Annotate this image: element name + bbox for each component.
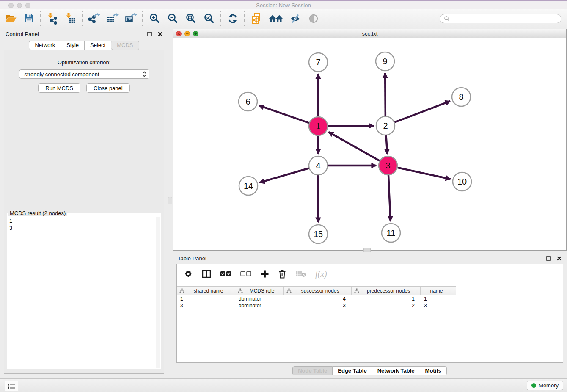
first-neighbors-icon[interactable] [267,11,285,26]
svg-text:4: 4 [316,161,320,170]
graph-node-3[interactable]: 3 [379,156,397,175]
graph-node-14[interactable]: 14 [239,177,258,195]
graph-node-2[interactable]: 2 [376,116,395,135]
column-header-name[interactable]: name [421,287,456,295]
hierarchy-icon [179,288,184,293]
add-entry-icon[interactable] [261,270,269,278]
table-cell[interactable]: dominator [235,302,284,309]
zoom-selected-icon[interactable] [201,11,217,26]
import-table-icon[interactable] [63,11,78,26]
tab-mcds[interactable]: MCDS [111,41,139,50]
svg-text:2: 2 [383,121,388,130]
table-cell[interactable]: 3 [421,302,456,309]
graph-node-1[interactable]: 1 [309,117,328,135]
run-mcds-button[interactable]: Run MCDS [38,83,80,93]
graph-node-11[interactable]: 11 [382,224,400,242]
table-panel-title: Table Panel [178,255,540,262]
search-icon [444,16,450,22]
svg-text:11: 11 [387,228,396,237]
delete-table-icon[interactable] [295,270,306,278]
graph-node-9[interactable]: 9 [376,52,394,71]
delete-entry-icon[interactable] [278,269,286,279]
graph-node-6[interactable]: 6 [239,92,257,111]
select-all-icon[interactable] [220,271,231,277]
graph-node-10[interactable]: 10 [453,172,471,191]
clone-network-icon[interactable] [249,11,264,26]
export-image-icon[interactable] [123,11,138,26]
column-header-shared-name[interactable]: shared name [177,287,235,295]
column-header-mcds-role[interactable]: MCDS role [235,287,284,295]
table-cell[interactable]: 1 [352,295,421,302]
network-canvas[interactable]: 1234678910111415 [173,38,566,250]
toolbar-separator [244,11,245,26]
zoom-out-icon[interactable] [165,11,180,26]
export-network-icon[interactable] [87,11,102,26]
table-cell[interactable]: 1 [177,295,235,302]
table-panel: Table Panel [173,253,567,379]
save-session-icon[interactable] [21,11,36,26]
table-cell[interactable]: 3 [177,302,235,309]
mcds-result-title: MCDS result (2 nodes) [8,210,67,216]
horizontal-splitter-grip[interactable] [363,248,371,252]
export-table-icon[interactable] [105,11,120,26]
float-table-panel-icon[interactable] [546,256,551,261]
hierarchy-icon [286,288,292,293]
table-cell[interactable]: 3 [284,302,352,309]
application-window: Session: New Session [0,0,567,392]
graph-node-7[interactable]: 7 [309,53,328,72]
tab-node-table[interactable]: Node Table [292,366,333,375]
vertical-splitter[interactable] [168,28,173,379]
mcds-result-text[interactable]: 1 3 [9,217,155,368]
close-table-panel-icon[interactable] [557,256,561,261]
deselect-all-icon[interactable] [240,271,252,277]
function-builder-icon[interactable]: f(x) [315,269,327,279]
svg-text:3: 3 [385,161,390,170]
table-cell[interactable]: 1 [421,295,456,302]
network-window: scc.txt 1234678910111415 [173,29,567,251]
column-header-predecessor-nodes[interactable]: predecessor nodes [352,287,421,295]
task-history-button[interactable] [5,381,18,391]
tab-network[interactable]: Network [29,41,61,50]
main-toolbar [0,9,567,28]
status-bar: Memory [0,378,567,392]
split-panel-icon[interactable] [202,270,211,278]
graph-edge-3-1[interactable] [328,132,388,166]
zoom-fit-icon[interactable] [183,11,198,26]
table-row[interactable]: 3dominator323 [177,302,563,309]
memory-status-icon [531,383,536,388]
result-scrollbar[interactable] [156,217,160,368]
criterion-select[interactable]: strongly connected component [19,69,149,79]
float-panel-icon[interactable] [147,32,152,36]
table-cell[interactable]: 4 [284,295,352,302]
table-row[interactable]: 1dominator411 [177,295,563,302]
tab-style[interactable]: Style [61,41,85,50]
graph-edge-2-8[interactable] [385,101,450,126]
network-window-titlebar: scc.txt [173,29,566,38]
table-cell[interactable]: dominator [235,295,284,302]
graph-node-15[interactable]: 15 [309,225,328,243]
import-network-icon[interactable] [45,11,60,26]
tab-edge-table[interactable]: Edge Table [333,366,372,375]
splitter-grip[interactable] [168,197,172,204]
tab-network-table[interactable]: Network Table [372,366,420,375]
refresh-view-icon[interactable] [225,11,240,26]
open-session-icon[interactable] [3,11,18,26]
toolbar-separator [142,11,143,26]
tab-motifs[interactable]: Motifs [420,366,447,375]
settings-gear-icon[interactable] [184,269,193,279]
zoom-in-icon[interactable] [147,11,162,26]
memory-button[interactable]: Memory [527,381,563,390]
show-all-icon[interactable] [306,11,321,26]
hide-selected-icon[interactable] [288,11,303,26]
graph-node-4[interactable]: 4 [309,156,328,175]
control-panel: Control Panel NetworkStyleSelectMCDS Opt… [0,28,168,379]
search-input[interactable] [452,15,557,22]
memory-label: Memory [539,382,559,389]
close-panel-button[interactable]: Close panel [86,83,130,93]
column-header-successor-nodes[interactable]: successor nodes [284,287,352,295]
close-panel-icon[interactable] [158,32,162,36]
tab-select[interactable]: Select [85,41,111,50]
search-box[interactable] [440,14,561,23]
table-cell[interactable]: 2 [352,302,421,309]
graph-node-8[interactable]: 8 [452,88,471,106]
